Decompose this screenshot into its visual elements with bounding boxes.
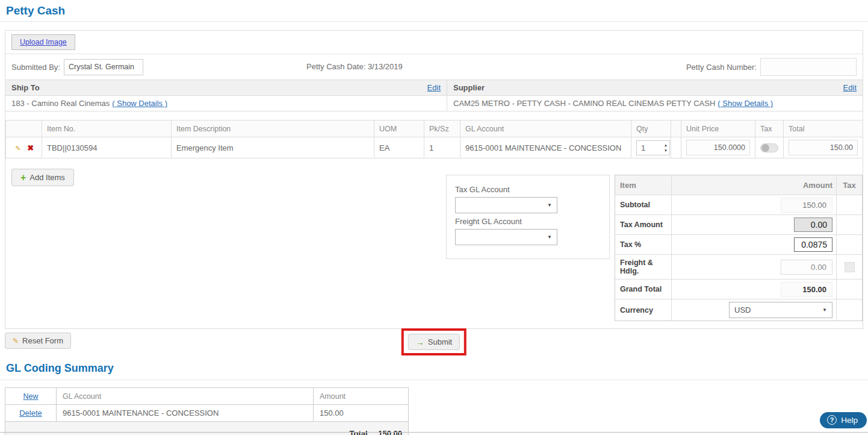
- items-header-total: Total: [784, 120, 863, 137]
- chevron-down-icon: ▼: [547, 234, 552, 240]
- supplier-show-details-link[interactable]: ( Show Details ): [718, 99, 773, 108]
- tax-percent-row: Tax %: [615, 235, 862, 255]
- petty-cash-number-label: Petty Cash Number:: [686, 63, 757, 72]
- gl-delete-link[interactable]: Delete: [19, 408, 42, 418]
- gl-table-total-row: Total 150.00: [5, 422, 409, 435]
- item-no-cell: TBD||0130594: [42, 137, 172, 158]
- tax-gl-account-label: Tax GL Account: [455, 185, 601, 194]
- items-header-pksz: Pk/Sz: [424, 120, 460, 137]
- ship-supplier-values-row: 183 - Camino Real Cinemas ( Show Details…: [5, 96, 863, 111]
- freight-gl-account-select[interactable]: ▼: [455, 229, 557, 245]
- plus-icon: +: [20, 174, 26, 181]
- gl-row-amount: 150.00: [314, 405, 409, 422]
- currency-select[interactable]: USD ▼: [729, 302, 832, 318]
- reset-form-label: Reset Form: [22, 336, 63, 345]
- item-spacer-cell: [671, 137, 681, 158]
- submit-label: Submit: [428, 337, 452, 346]
- reset-form-button[interactable]: ✎ Reset Form: [5, 333, 71, 349]
- help-button[interactable]: ? Help: [820, 412, 867, 428]
- ship-to-edit-link[interactable]: Edit: [427, 83, 441, 92]
- items-header-tax: Tax: [755, 120, 784, 137]
- submitted-by-field[interactable]: [64, 59, 143, 75]
- summary-col-amount: Amount: [672, 175, 836, 195]
- totals-summary-table: Item Amount Tax Subtotal 150.00 Tax Amou…: [615, 175, 863, 321]
- supplier-edit-link[interactable]: Edit: [843, 83, 857, 92]
- currency-label: Currency: [615, 299, 672, 321]
- petty-cash-date-text: Petty Cash Date: 3/13/2019: [306, 62, 403, 71]
- freight-gl-account-label: Freight GL Account: [455, 217, 601, 226]
- gl-col-amount: Amount: [314, 388, 409, 405]
- subtotal-value: 150.00: [781, 198, 832, 213]
- quantity-stepper[interactable]: 1 ▲ ▼: [636, 140, 670, 155]
- currency-value: USD: [734, 305, 751, 315]
- delete-item-icon[interactable]: ✖: [27, 143, 34, 152]
- toggle-knob-icon: [761, 144, 769, 152]
- gl-account-panel: Tax GL Account ▼ Freight GL Account ▼: [446, 175, 610, 259]
- petty-cash-number-field[interactable]: [760, 58, 857, 76]
- gl-new-link[interactable]: New: [23, 392, 38, 401]
- upload-row: Upload Image: [5, 31, 863, 54]
- gl-coding-table: New GL Account Amount Delete 9615-0001 M…: [5, 387, 409, 435]
- tax-gl-account-select[interactable]: ▼: [455, 197, 557, 213]
- item-row-actions-cell: ✎ ✖: [6, 137, 42, 158]
- ship-supplier-header-band: Ship To Edit Supplier Edit: [5, 80, 863, 96]
- items-header-spacer: [671, 120, 681, 137]
- pencil-icon: ✎: [13, 337, 19, 345]
- items-header-description: Item Description: [172, 120, 374, 137]
- subtotal-label: Subtotal: [615, 195, 672, 214]
- tax-amount-field[interactable]: [794, 218, 832, 232]
- submit-button[interactable]: → Submit: [408, 334, 460, 350]
- chevron-down-icon: ▼: [547, 202, 552, 208]
- summary-header-row: Item Amount Tax: [615, 175, 862, 195]
- tax-amount-label: Tax Amount: [615, 215, 672, 234]
- supplier-label: Supplier: [453, 83, 485, 92]
- tax-percent-label: Tax %: [615, 235, 672, 254]
- item-description-cell: Emergency Item: [172, 137, 374, 158]
- freight-field[interactable]: [781, 260, 832, 275]
- freight-label: Freight & Hdlg.: [615, 255, 672, 279]
- petty-cash-form: Upload Image Submitted By: Petty Cash Da…: [5, 30, 863, 329]
- quantity-up-icon[interactable]: ▲: [664, 143, 668, 147]
- item-tax-cell: [755, 137, 784, 158]
- grand-total-row: Grand Total 150.00: [615, 280, 862, 299]
- supplier-header: Supplier Edit: [447, 80, 863, 95]
- currency-row: Currency USD ▼: [615, 299, 862, 321]
- grand-total-label: Grand Total: [615, 280, 672, 299]
- ship-to-value-cell: 183 - Camino Real Cinemas ( Show Details…: [5, 96, 447, 111]
- middle-zone: + Add Items Tax GL Account ▼ Freight GL …: [5, 158, 863, 328]
- item-tax-toggle[interactable]: [760, 143, 778, 152]
- supplier-value: CAM25 METRO - PETTY CASH - CAMINO REAL C…: [453, 99, 715, 108]
- edit-item-icon[interactable]: ✎: [14, 144, 22, 152]
- ship-to-label: Ship To: [11, 83, 40, 92]
- gl-table-header-row: New GL Account Amount: [5, 388, 409, 405]
- page-title: Petty Cash: [0, 0, 868, 22]
- items-header-item-no: Item No.: [42, 120, 172, 137]
- freight-tax-checkbox[interactable]: [845, 262, 855, 272]
- quantity-spin-buttons[interactable]: ▲ ▼: [664, 143, 668, 152]
- upload-image-button[interactable]: Upload Image: [11, 34, 75, 50]
- gl-table-row: Delete 9615-0001 MAINTENANCE - CONCESSIO…: [5, 405, 409, 422]
- tax-percent-field[interactable]: [794, 237, 832, 252]
- quantity-value: 1: [641, 143, 645, 152]
- quantity-down-icon[interactable]: ▼: [664, 149, 668, 152]
- item-uom-cell: EA: [374, 137, 424, 158]
- item-gl-account-cell: 9615-0001 MAINTENANCE - CONCESSION: [460, 137, 631, 158]
- green-arrow-icon: →: [416, 339, 424, 346]
- items-header-gl-account: GL Account: [460, 120, 631, 137]
- items-header-row: Item No. Item Description UOM Pk/Sz GL A…: [6, 120, 863, 137]
- add-items-button[interactable]: + Add Items: [11, 169, 74, 186]
- ship-to-header: Ship To Edit: [5, 80, 447, 95]
- submitted-by-label: Submitted By:: [11, 63, 60, 72]
- item-total-cell: [784, 137, 863, 158]
- items-table: Item No. Item Description UOM Pk/Sz GL A…: [5, 120, 863, 158]
- item-row: ✎ ✖ TBD||0130594 Emergency Item EA 1 961…: [6, 137, 863, 158]
- unit-price-field[interactable]: [686, 140, 750, 155]
- items-header-qty: Qty: [631, 120, 671, 137]
- gl-row-account: 9615-0001 MAINTENANCE - CONCESSION: [57, 405, 314, 422]
- items-header-unit-price: Unit Price: [681, 120, 755, 137]
- items-header-uom: UOM: [374, 120, 424, 137]
- items-header-actions: [6, 120, 42, 137]
- line-total-field[interactable]: [789, 140, 858, 155]
- ship-to-show-details-link[interactable]: ( Show Details ): [112, 99, 167, 108]
- summary-col-tax: Tax: [836, 175, 862, 195]
